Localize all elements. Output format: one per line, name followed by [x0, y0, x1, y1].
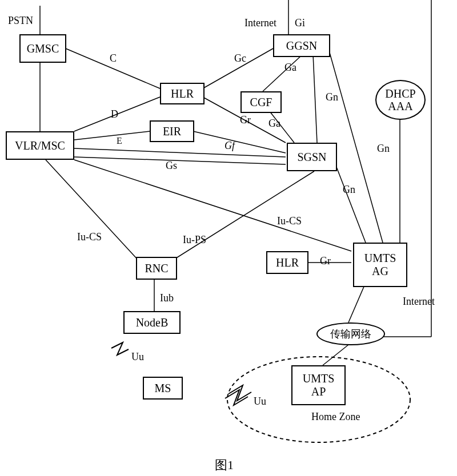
- label-d: D: [111, 108, 118, 120]
- node-cgf: CGF: [240, 91, 282, 113]
- node-gmsc: GMSC: [19, 34, 66, 63]
- node-label: RNC: [145, 262, 168, 275]
- label-gf: Gf: [225, 140, 235, 152]
- node-label: GGSN: [286, 39, 317, 53]
- node-ggsn: GGSN: [273, 34, 330, 57]
- label-gn1: Gn: [326, 91, 338, 103]
- svg-line-19: [46, 160, 146, 268]
- label-pstn: PSTN: [8, 15, 33, 27]
- label-gr1: Gr: [240, 114, 251, 126]
- svg-line-18: [336, 166, 366, 243]
- label-gc: Gc: [234, 53, 246, 64]
- label-c: C: [110, 53, 117, 64]
- svg-line-25: [323, 342, 351, 365]
- figure-caption: 图1: [215, 457, 234, 474]
- label-home-zone: Home Zone: [311, 411, 360, 423]
- label-gn3: Gn: [343, 184, 355, 196]
- label-internet2: Internet: [403, 296, 435, 308]
- svg-line-12: [193, 131, 286, 153]
- node-label: VLR/MSC: [15, 139, 65, 152]
- node-label: EIR: [163, 125, 181, 138]
- node-label: CGF: [250, 96, 272, 109]
- node-label: HLR: [276, 256, 299, 269]
- node-label: MS: [155, 382, 171, 395]
- node-label: GMSC: [27, 42, 59, 55]
- label-gr2: Gr: [320, 255, 331, 267]
- svg-line-14: [74, 148, 286, 157]
- svg-line-6: [313, 54, 317, 143]
- node-label: UMTS AG: [364, 252, 396, 278]
- node-label: DHCP AAA: [385, 87, 415, 112]
- label-iub: Iub: [160, 292, 174, 304]
- svg-line-15: [74, 157, 286, 164]
- label-gi: Gi: [295, 17, 305, 29]
- label-uu2: Uu: [254, 396, 266, 408]
- label-e: E: [117, 136, 122, 146]
- node-label: HLR: [171, 87, 194, 100]
- node-hlr1: HLR: [160, 83, 205, 104]
- node-umts-ag: UMTS AG: [353, 243, 407, 287]
- node-ms: MS: [143, 377, 183, 400]
- label-gn2: Gn: [377, 143, 390, 155]
- node-label: 传输网络: [330, 327, 371, 341]
- label-iu-cs2: Iu-CS: [277, 215, 302, 227]
- label-internet1: Internet: [244, 17, 276, 29]
- svg-line-21: [74, 160, 351, 251]
- node-sgsn: SGSN: [287, 143, 337, 171]
- node-label: NodeB: [136, 316, 169, 329]
- label-gs: Gs: [166, 160, 177, 172]
- label-iu-cs1: Iu-CS: [77, 231, 102, 243]
- node-eir: EIR: [150, 120, 194, 142]
- svg-line-7: [263, 54, 303, 91]
- node-umts-ap: UMTS AP: [291, 365, 346, 405]
- node-vlr-msc: VLR/MSC: [6, 131, 74, 160]
- svg-line-24: [348, 285, 364, 322]
- node-label: SGSN: [297, 151, 326, 164]
- svg-line-11: [74, 131, 150, 140]
- label-uu1: Uu: [131, 351, 144, 363]
- label-ga1: Ga: [284, 62, 296, 74]
- node-nodeb: NodeB: [123, 311, 181, 334]
- node-transport: 传输网络: [316, 322, 385, 345]
- node-rnc: RNC: [136, 257, 177, 280]
- label-iu-ps: Iu-PS: [183, 234, 206, 246]
- node-dhcp-aaa: DHCP AAA: [375, 80, 426, 120]
- node-hlr2: HLR: [266, 251, 308, 274]
- node-label: UMTS AP: [303, 372, 335, 398]
- label-ga2: Ga: [268, 118, 280, 130]
